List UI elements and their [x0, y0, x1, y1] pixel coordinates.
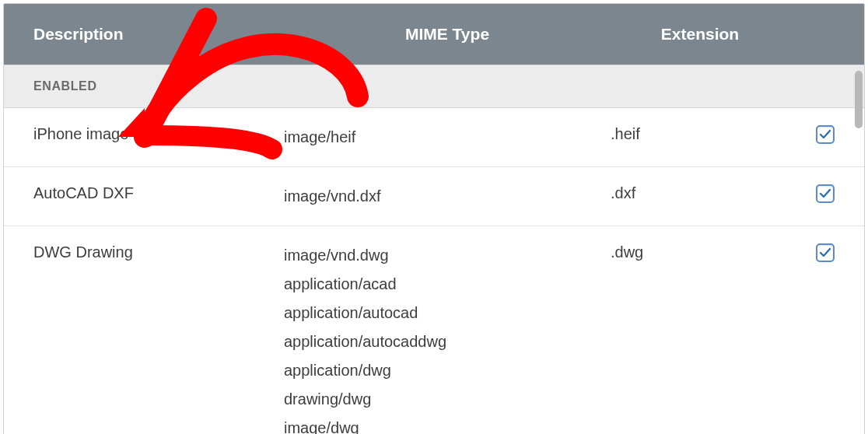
enable-checkbox[interactable] [816, 125, 835, 144]
mime-types-table: Description MIME Type Extension ENABLED … [3, 3, 865, 434]
header-description: Description [4, 25, 284, 44]
check-icon [819, 187, 831, 200]
check-icon [819, 128, 831, 141]
section-enabled: ENABLED [4, 65, 864, 108]
row-mime: image/vnd.dxf [284, 184, 611, 208]
row-extension: .heif [611, 125, 789, 143]
header-extension: Extension [611, 25, 789, 44]
header-mime: MIME Type [284, 25, 611, 44]
row-extension: .dwg [611, 243, 789, 261]
row-description: DWG Drawing [4, 243, 284, 261]
row-mime: image/heif [284, 125, 611, 149]
row-mime: image/vnd.dwg application/acad applicati… [284, 243, 611, 434]
row-description: iPhone image [4, 125, 284, 143]
row-extension: .dxf [611, 184, 789, 202]
table-row: DWG Drawing image/vnd.dwg application/ac… [4, 226, 864, 434]
table-row: iPhone image image/heif .heif [4, 108, 864, 167]
table-header: Description MIME Type Extension [4, 4, 864, 65]
enable-checkbox[interactable] [816, 184, 835, 203]
enable-checkbox[interactable] [816, 243, 835, 262]
row-description: AutoCAD DXF [4, 184, 284, 202]
scrollbar-thumb[interactable] [855, 71, 863, 128]
check-icon [819, 247, 831, 259]
table-row: AutoCAD DXF image/vnd.dxf .dxf [4, 167, 864, 226]
